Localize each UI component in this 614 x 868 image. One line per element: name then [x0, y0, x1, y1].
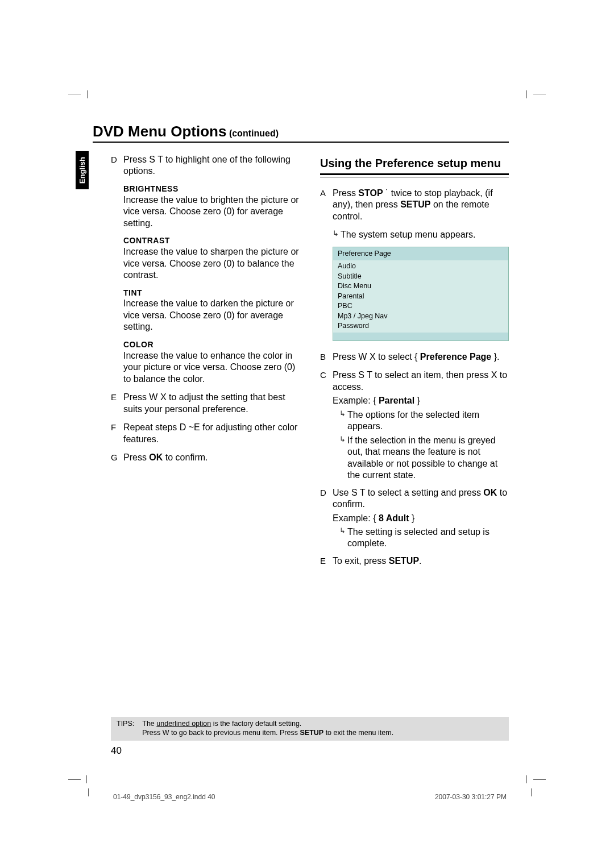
- step-g: Press OK to confirm.: [111, 452, 300, 463]
- txt-bold: STOP: [358, 188, 383, 198]
- menu-item: Disc Menu: [338, 281, 508, 292]
- step-e: Press W X to adjust the setting that bes…: [111, 392, 300, 415]
- step-f: Repeat steps D ~E for adjusting other co…: [111, 422, 300, 445]
- tips-label: TIPS:: [117, 719, 134, 738]
- txt: }: [414, 396, 420, 405]
- left-column: Press S T to highlight one of the follow…: [111, 154, 300, 574]
- step-e-right: To exit, press SETUP.: [320, 555, 509, 567]
- txt: Example: {: [333, 513, 379, 523]
- txt-bold: OK: [149, 452, 163, 462]
- option-heading: COLOR: [123, 340, 300, 350]
- section-title: Using the Preference setup menu: [320, 156, 509, 170]
- menu-item: Audio: [338, 261, 508, 272]
- txt-bold: Preference Page: [420, 352, 491, 362]
- crop-mark: [533, 94, 546, 94]
- txt-bold: 8 Adult: [379, 513, 409, 523]
- txt: Press: [123, 452, 149, 462]
- txt: E: [194, 422, 200, 432]
- txt-bold: OK: [483, 488, 497, 497]
- crop-mark: [68, 779, 81, 780]
- txt-bold: Parental: [379, 396, 414, 405]
- crop-mark: [531, 788, 532, 796]
- txt-bold: SETUP: [300, 729, 323, 737]
- menu-title: Preference Page: [333, 247, 508, 261]
- option-text: Increase the value to brighten the pictu…: [123, 194, 300, 229]
- txt: Press S T to select an item, then press …: [333, 370, 507, 391]
- txt-underline: underlined option: [156, 720, 211, 728]
- menu-footer: [333, 333, 508, 340]
- tips-body: The underlined option is the factory def…: [142, 719, 503, 738]
- txt: .: [419, 556, 421, 566]
- step-d-right: Use S T to select a setting and press OK…: [320, 487, 509, 510]
- imprint-line: 01-49_dvp3156_93_eng2.indd 40 2007-03-30…: [111, 793, 509, 801]
- menu-item: Subtitle: [338, 272, 508, 282]
- result-line: If the selection in the menu is greyed o…: [320, 435, 509, 481]
- example-line: Example: { 8 Adult }: [320, 513, 509, 524]
- imprint-file: 01-49_dvp3156_93_eng2.indd 40: [113, 793, 215, 801]
- txt: Example: {: [333, 396, 379, 405]
- result-line: The options for the selected item appear…: [320, 409, 509, 433]
- option-contrast: CONTRAST Increase the value to sharpen t…: [111, 236, 300, 281]
- option-heading: TINT: [123, 288, 300, 298]
- option-heading: BRIGHTNESS: [123, 184, 300, 194]
- option-tint: TINT Increase the value to darken the pi…: [111, 288, 300, 333]
- option-brightness: BRIGHTNESS Increase the value to brighte…: [111, 184, 300, 229]
- menu-item: Password: [338, 321, 508, 331]
- step-b: Press W X to select { Preference Page }.: [320, 351, 509, 363]
- txt: Repeat steps: [123, 422, 180, 432]
- preference-menu-screenshot: Preference Page Audio Subtitle Disc Menu…: [333, 247, 509, 341]
- option-color: COLOR Increase the value to enhance the …: [111, 340, 300, 385]
- txt: Press: [333, 188, 358, 198]
- txt: ~: [186, 422, 194, 432]
- right-column: Using the Preference setup menu Press ST…: [320, 154, 509, 574]
- txt: to exit the menu item.: [323, 729, 393, 737]
- imprint-timestamp: 2007-03-30 3:01:27 PM: [435, 793, 507, 801]
- option-heading: CONTRAST: [123, 236, 300, 246]
- menu-item: PBC: [338, 301, 508, 312]
- menu-item: Parental: [338, 292, 508, 302]
- crop-mark: [533, 779, 546, 780]
- language-tab: English: [76, 151, 89, 189]
- page-content: DVD Menu Options (continued) English Pre…: [111, 123, 509, 760]
- txt-bold: SETUP: [389, 556, 419, 566]
- txt: is the factory default setting.: [211, 720, 301, 728]
- txt: The: [142, 720, 156, 728]
- menu-items: Audio Subtitle Disc Menu Parental PBC Mp…: [333, 260, 508, 333]
- example-line: Example: { Parental }: [320, 395, 509, 406]
- rule: [320, 173, 509, 175]
- result-line: The setting is selected and setup is com…: [320, 526, 509, 550]
- menu-item: Mp3 / Jpeg Nav: [338, 312, 508, 322]
- txt: }.: [491, 352, 499, 362]
- step-c: Press S T to select an item, then press …: [320, 369, 509, 393]
- option-text: Increase the value to sharpen the pictur…: [123, 246, 300, 281]
- txt: D: [180, 422, 186, 432]
- option-text: Increase the value to enhance the color …: [123, 350, 300, 385]
- crop-mark: [88, 788, 89, 796]
- page-heading: DVD Menu Options (continued): [93, 123, 509, 143]
- step-a: Press STOP ˙ twice to stop playback, (if…: [320, 188, 509, 222]
- step-d: Press S T to highlight one of the follow…: [111, 154, 300, 177]
- option-text: Increase the value to darken the picture…: [123, 298, 300, 333]
- txt: Press W X to select {: [333, 352, 420, 362]
- txt: To exit, press: [333, 556, 389, 566]
- page-number: 40: [111, 745, 122, 757]
- rule: [320, 177, 509, 177]
- tips-box: TIPS: The underlined option is the facto…: [111, 717, 509, 741]
- txt: to confirm.: [163, 452, 208, 462]
- txt: }: [409, 513, 415, 523]
- result-line: The system setup menu appears.: [320, 229, 509, 240]
- txt: Use S T to select a setting and press: [333, 488, 483, 497]
- txt-bold: SETUP: [400, 200, 430, 209]
- page-title: DVD Menu Options: [93, 123, 226, 140]
- page-title-continued: (continued): [229, 128, 279, 138]
- txt: Press W to go back to previous menu item…: [142, 729, 300, 737]
- crop-mark: [68, 94, 81, 94]
